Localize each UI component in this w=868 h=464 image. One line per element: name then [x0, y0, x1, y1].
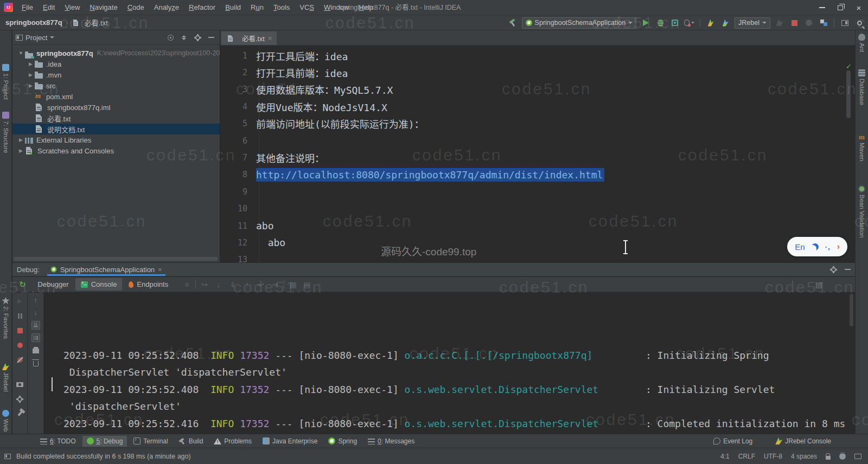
- ime-expand-chevron[interactable]: ›: [837, 242, 840, 252]
- locate-file-button[interactable]: [165, 32, 176, 43]
- tool-window-button-0-messages[interactable]: 0: Messages: [363, 436, 419, 447]
- tab-close-icon[interactable]: ×: [158, 266, 162, 273]
- breadcrumb-project[interactable]: springbootx877q: [5, 18, 62, 27]
- minimize-button[interactable]: [813, 0, 831, 15]
- pin-tab-button[interactable]: [16, 409, 24, 418]
- print-button[interactable]: [31, 346, 40, 355]
- tool-window-button-problems[interactable]: Problems: [209, 436, 256, 447]
- panel-settings-button[interactable]: [192, 32, 203, 43]
- tool-window-button-terminal[interactable]: Terminal: [129, 436, 172, 447]
- layout-settings-icon[interactable]: ▤: [301, 280, 314, 289]
- tool-stripe-7-structure[interactable]: 7: Structure: [0, 112, 11, 153]
- tool-stripe-web[interactable]: Web: [0, 410, 11, 431]
- scroll-to-end-button[interactable]: ⇊: [31, 321, 40, 330]
- profiler-button[interactable]: [684, 17, 695, 28]
- rerun-application-icon[interactable]: ↻: [19, 280, 26, 289]
- run-button[interactable]: [640, 17, 651, 28]
- tree-row[interactable]: 说明文档.txt: [12, 124, 220, 134]
- restore-layout-button[interactable]: [839, 17, 850, 28]
- breadcrumb-file[interactable]: 必看.txt: [84, 17, 107, 28]
- jrebel-select[interactable]: JRebel: [735, 17, 770, 29]
- evaluate-expression-icon[interactable]: ▦: [286, 280, 299, 289]
- console-output[interactable]: 2023-09-11 09:25:52.408 INFO 17352 --- […: [44, 293, 855, 434]
- inspection-profile-icon[interactable]: [839, 453, 846, 460]
- menu-item[interactable]: VCS: [295, 0, 319, 15]
- tool-stripe-bean-validation[interactable]: Bean Validation: [856, 185, 868, 238]
- status-indicator[interactable]: UTF-8: [764, 453, 782, 460]
- hide-panel-icon[interactable]: [845, 269, 851, 270]
- menu-item[interactable]: Build: [220, 0, 246, 15]
- tool-stripe-1-project[interactable]: 1: Project: [0, 64, 11, 100]
- menu-item[interactable]: Refactor: [184, 0, 220, 15]
- tree-expand-arrow[interactable]: ▼: [17, 50, 25, 56]
- mute-breakpoints-button[interactable]: [16, 356, 24, 364]
- debug-settings-gear-icon[interactable]: [830, 266, 837, 273]
- ime-punctuation-toggle[interactable]: ·,: [825, 243, 831, 251]
- menu-item[interactable]: File: [17, 0, 38, 15]
- tool-window-button-spring[interactable]: Spring: [324, 436, 361, 447]
- console-settings-icon[interactable]: ▤: [815, 280, 822, 289]
- tree-expand-arrow[interactable]: ▶: [27, 72, 35, 78]
- menu-item[interactable]: Run: [246, 0, 269, 15]
- menu-item[interactable]: View: [60, 0, 85, 15]
- tool-window-button-java-enterprise[interactable]: Java Enterprise: [258, 436, 322, 447]
- tree-expand-arrow[interactable]: ▶: [27, 61, 35, 67]
- project-horizontal-scrollbar[interactable]: [14, 257, 218, 261]
- stop-button[interactable]: [789, 17, 800, 28]
- coverage-button[interactable]: [669, 17, 680, 28]
- debugger-tab-endpoints[interactable]: Endpoints: [123, 278, 174, 291]
- tree-row[interactable]: ▶ Scratches and Consoles: [12, 145, 220, 156]
- soft-wrap-button[interactable]: ⇉: [31, 333, 40, 342]
- build-hammer-icon[interactable]: [507, 17, 518, 28]
- tree-row[interactable]: ▼ springbootx877q K:\needProccess\2023\s…: [12, 48, 220, 59]
- jrebel-debug-button[interactable]: [720, 17, 731, 28]
- view-breakpoints-button[interactable]: [16, 341, 24, 350]
- tree-expand-arrow[interactable]: ▶: [17, 148, 25, 153]
- status-indicator[interactable]: 4:1: [720, 453, 730, 460]
- tab-close-icon[interactable]: ×: [268, 35, 272, 42]
- editor-tab[interactable]: 必看.txt ×: [221, 31, 277, 45]
- tree-row[interactable]: springbootx877q.iml: [12, 102, 220, 113]
- tool-window-switcher-icon[interactable]: [4, 454, 11, 459]
- tool-stripe-maven[interactable]: Maven: [856, 133, 868, 162]
- status-message[interactable]: Build completed successfully in 6 s 198 …: [16, 453, 191, 460]
- lock-icon[interactable]: [826, 456, 831, 460]
- tool-stripe-jrebel[interactable]: JRebel: [0, 363, 11, 392]
- status-indicator[interactable]: CRLF: [738, 453, 755, 460]
- tool-stripe-database[interactable]: Database: [856, 69, 868, 105]
- tool-window-button-build[interactable]: Build: [175, 436, 208, 447]
- thread-dump-button[interactable]: [16, 380, 24, 389]
- run-configuration-select[interactable]: SpringbootSchemaApplication: [522, 17, 636, 29]
- tree-expand-arrow[interactable]: ▶: [17, 137, 25, 143]
- search-everywhere-button[interactable]: [854, 17, 865, 28]
- close-button[interactable]: ×: [850, 0, 868, 15]
- menu-item[interactable]: Navigate: [85, 0, 122, 15]
- tool-stripe-ant[interactable]: Ant: [856, 34, 868, 52]
- moon-icon[interactable]: [812, 243, 819, 250]
- project-panel-title[interactable]: Project: [25, 34, 47, 42]
- chevron-down-icon[interactable]: [50, 36, 54, 38]
- tool-stripe-2-favorites[interactable]: 2: Favorites: [0, 297, 11, 339]
- console-vertical-scrollbar[interactable]: [850, 294, 853, 326]
- stop-process-button[interactable]: [16, 326, 24, 335]
- clear-console-button[interactable]: [31, 358, 40, 367]
- menu-item[interactable]: Analyze: [149, 0, 184, 15]
- editor-body[interactable]: 1 打开工具后端：idea 2 打开工具前端：idea 3 使用数据库版本：My…: [220, 46, 855, 262]
- jrebel-run-button[interactable]: [705, 17, 716, 28]
- tree-row[interactable]: ▶ src: [12, 80, 220, 91]
- tool-window-button-jrebel-console[interactable]: JRebel Console: [771, 436, 835, 447]
- screen-reader-icon[interactable]: [854, 454, 861, 459]
- debug-windows-button[interactable]: [818, 17, 829, 28]
- tree-row[interactable]: ▶ .idea: [12, 59, 220, 69]
- debugger-settings-button[interactable]: [16, 395, 24, 403]
- debug-button[interactable]: [655, 17, 666, 28]
- tool-window-button-6-todo[interactable]: 6: TODO: [36, 436, 80, 447]
- tree-row[interactable]: ▶ .mvn: [12, 69, 220, 80]
- debug-session-tab[interactable]: SpringbootSchemaApplication ×: [47, 263, 165, 276]
- tree-row[interactable]: 必看.txt: [12, 113, 220, 124]
- hide-panel-button[interactable]: [206, 32, 216, 43]
- tree-row[interactable]: ▶ External Libraries: [12, 134, 220, 145]
- menu-item[interactable]: Tools: [269, 0, 295, 15]
- menu-item[interactable]: Code: [123, 0, 149, 15]
- tree-expand-arrow[interactable]: ▶: [27, 83, 35, 88]
